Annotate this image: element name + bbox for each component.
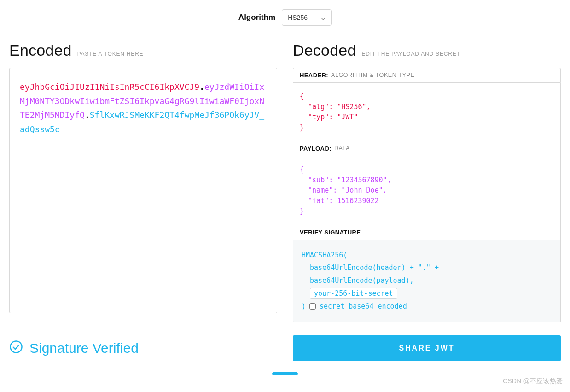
signature-verified-text: Signature Verified bbox=[29, 340, 139, 356]
decoded-payload-label: PAYLOAD: bbox=[300, 145, 332, 152]
chevron-down-icon bbox=[321, 15, 326, 20]
algorithm-label: Algorithm bbox=[238, 13, 275, 22]
decoded-header-sub: ALGORITHM & TOKEN TYPE bbox=[331, 72, 414, 79]
decoded-header-label: HEADER: bbox=[300, 72, 328, 79]
bottom-accent-bar bbox=[272, 372, 298, 375]
token-header-segment: eyJhbGciOiJIUzI1NiIsInR5cCI6IkpXVCJ9 bbox=[20, 82, 199, 92]
decoded-signature-body: HMACSHA256( base64UrlEncode(header) + ".… bbox=[293, 240, 561, 323]
check-circle-icon bbox=[9, 340, 23, 357]
sig-close-paren: ) bbox=[302, 300, 306, 313]
sig-secret-line bbox=[302, 287, 552, 300]
secret-base64-label: secret base64 encoded bbox=[320, 300, 407, 313]
decoded-signature-bar: VERIFY SIGNATURE bbox=[293, 225, 561, 240]
decoded-payload-bar: PAYLOAD: DATA bbox=[293, 141, 561, 156]
bottom-row: Signature Verified SHARE JWT bbox=[0, 335, 570, 361]
share-jwt-button[interactable]: SHARE JWT bbox=[293, 335, 561, 361]
main-columns: Encoded PASTE A TOKEN HERE eyJhbGciOiJIU… bbox=[0, 41, 570, 322]
encoded-token-box[interactable]: eyJhbGciOiJIUzI1NiIsInR5cCI6IkpXVCJ9.eyJ… bbox=[9, 68, 277, 313]
encoded-column: Encoded PASTE A TOKEN HERE eyJhbGciOiJIU… bbox=[9, 41, 277, 322]
algorithm-select[interactable]: HS256 bbox=[282, 9, 332, 26]
algorithm-row: Algorithm HS256 bbox=[0, 0, 570, 41]
decoded-header-section: HEADER: ALGORITHM & TOKEN TYPE { "alg": … bbox=[293, 68, 561, 141]
token-dot2: . bbox=[85, 110, 90, 120]
decoded-header-body[interactable]: { "alg": "HS256", "typ": "JWT" } bbox=[293, 83, 561, 141]
decoded-signature-label: VERIFY SIGNATURE bbox=[300, 229, 361, 236]
decoded-payload-body[interactable]: { "sub": "1234567890", "name": "John Doe… bbox=[293, 156, 561, 225]
secret-base64-checkbox[interactable] bbox=[309, 303, 316, 310]
svg-point-0 bbox=[11, 341, 22, 352]
decoded-payload-section: PAYLOAD: DATA { "sub": "1234567890", "na… bbox=[293, 141, 561, 225]
secret-input[interactable] bbox=[310, 288, 397, 299]
decoded-column: Decoded EDIT THE PAYLOAD AND SECRET HEAD… bbox=[293, 41, 561, 322]
decoded-header-bar: HEADER: ALGORITHM & TOKEN TYPE bbox=[293, 68, 561, 83]
encoded-title: Encoded bbox=[9, 41, 72, 59]
encoded-title-row: Encoded PASTE A TOKEN HERE bbox=[9, 41, 277, 59]
token-dot1: . bbox=[199, 82, 204, 92]
decoded-signature-section: VERIFY SIGNATURE HMACSHA256( base64UrlEn… bbox=[293, 225, 561, 323]
sig-line-3: base64UrlEncode(payload), bbox=[302, 275, 552, 287]
decoded-subtitle: EDIT THE PAYLOAD AND SECRET bbox=[362, 51, 460, 57]
algorithm-value: HS256 bbox=[288, 14, 308, 21]
sig-close-line: ) secret base64 encoded bbox=[302, 300, 552, 313]
decoded-title-row: Decoded EDIT THE PAYLOAD AND SECRET bbox=[293, 41, 561, 59]
signature-verified-status: Signature Verified bbox=[9, 335, 277, 361]
watermark: CSDN @不应该热爱 bbox=[503, 377, 563, 386]
encoded-subtitle: PASTE A TOKEN HERE bbox=[77, 51, 144, 57]
decoded-payload-sub: DATA bbox=[334, 145, 350, 152]
sig-line-2: base64UrlEncode(header) + "." + bbox=[302, 262, 552, 275]
sig-line-1: HMACSHA256( bbox=[302, 251, 347, 259]
decoded-title: Decoded bbox=[293, 41, 356, 59]
